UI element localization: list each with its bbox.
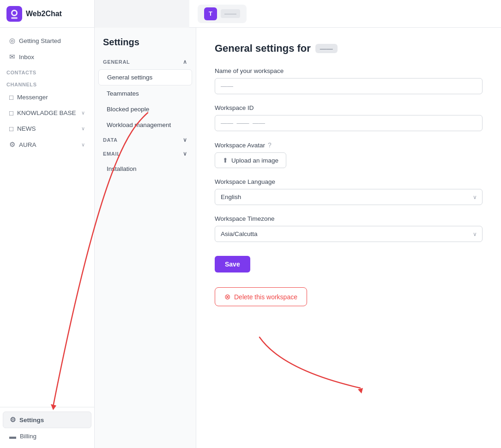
sidebar-item-news-label: NEWS (17, 125, 36, 132)
svg-point-2 (12, 11, 16, 15)
avatar-help-icon[interactable]: ? (268, 141, 272, 149)
main-header: General settings for —— (215, 42, 483, 54)
aura-chevron-icon: ∨ (81, 142, 85, 148)
language-select-wrapper: English Spanish French ∨ (215, 189, 483, 205)
workspace-name-input[interactable] (215, 78, 483, 94)
settings-item-teammates[interactable]: Teammates (98, 86, 192, 101)
workspace-avatar-section: Workspace Avatar ? ⬆ Upload an image (215, 141, 483, 168)
sidebar-item-messenger[interactable]: □ Messenger (3, 90, 91, 105)
news-icon: □ (9, 125, 13, 133)
messenger-icon: □ (9, 93, 13, 101)
billing-icon: ▬ (9, 432, 16, 440)
delete-workspace-section: ⊗ Delete this workspace (215, 287, 483, 306)
sidebar-item-aura-label: AURA (19, 141, 36, 148)
workspace-avatar: T (204, 7, 217, 20)
app-logo-text: Web2Chat (26, 10, 62, 18)
sidebar: Web2Chat ◎ Getting Started ✉ Inbox CONTA… (0, 0, 95, 448)
workspace-timezone-label: Workspace Timezone (215, 215, 483, 222)
data-chevron-icon: ∨ (183, 137, 187, 143)
sidebar-item-getting-started[interactable]: ◎ Getting Started (3, 33, 91, 48)
workspace-name-tab: —— (221, 9, 240, 18)
sidebar-item-aura[interactable]: ⚙ AURA ∨ (3, 137, 91, 152)
settings-section-data[interactable]: DATA ∨ (95, 133, 196, 147)
upload-icon: ⬆ (223, 157, 228, 164)
inbox-icon: ✉ (9, 53, 15, 61)
svg-rect-3 (11, 17, 18, 19)
news-chevron-icon: ∨ (81, 126, 85, 132)
sidebar-item-news[interactable]: □ NEWS ∨ (3, 121, 91, 136)
settings-item-workload-management[interactable]: Workload management (98, 117, 192, 133)
timezone-select-wrapper: Asia/Calcutta UTC America/New_York ∨ (215, 226, 483, 242)
channels-section-label: CHANNELS (0, 77, 94, 89)
getting-started-icon: ◎ (9, 36, 15, 45)
logo-area: Web2Chat (0, 0, 94, 28)
knowledge-base-chevron-icon: ∨ (81, 110, 85, 116)
language-select[interactable]: English Spanish French (215, 189, 483, 205)
workspace-name-label: Name of your workspace (215, 67, 483, 74)
sidebar-item-getting-started-label: Getting Started (19, 37, 61, 44)
sidebar-item-settings-label: Settings (19, 417, 44, 424)
delete-icon: ⊗ (224, 292, 230, 301)
content-body: Settings GENERAL ∧ General settings Team… (95, 28, 501, 448)
settings-item-blocked-people[interactable]: Blocked people (98, 102, 192, 117)
settings-section-email[interactable]: EMAIL ∨ (95, 147, 196, 161)
delete-workspace-button[interactable]: ⊗ Delete this workspace (215, 287, 307, 306)
sidebar-item-billing[interactable]: ▬ Billing (3, 429, 91, 444)
general-chevron-icon: ∧ (183, 59, 187, 65)
workspace-language-label: Workspace Language (215, 178, 483, 185)
sidebar-item-settings[interactable]: ⚙ Settings (3, 412, 91, 428)
knowledge-base-icon: □ (9, 109, 13, 117)
settings-panel-title: Settings (95, 28, 196, 55)
sidebar-item-knowledge-base[interactable]: □ KNOWLADGE BASE ∨ (3, 105, 91, 121)
contacts-section-label: CONTACTS (0, 65, 94, 77)
nav-items: ◎ Getting Started ✉ Inbox CONTACTS CHANN… (0, 28, 94, 407)
settings-item-general-settings[interactable]: General settings (98, 69, 192, 85)
sidebar-item-messenger-label: Messenger (17, 94, 48, 101)
workspace-badge: —— (315, 44, 338, 53)
workspace-tab[interactable]: T —— (198, 5, 247, 23)
sidebar-item-billing-label: Billing (20, 433, 36, 440)
sidebar-item-inbox[interactable]: ✉ Inbox (3, 49, 91, 65)
upload-image-button[interactable]: ⬆ Upload an image (215, 152, 286, 168)
email-chevron-icon: ∨ (183, 151, 187, 157)
workspace-id-input[interactable] (215, 115, 483, 131)
page-title: General settings for (215, 42, 311, 54)
workspace-language-section: Workspace Language English Spanish Frenc… (215, 178, 483, 205)
topbar: T —— (189, 0, 501, 28)
workspace-timezone-section: Workspace Timezone Asia/Calcutta UTC Ame… (215, 215, 483, 242)
logo-icon (6, 6, 22, 22)
main-content: General settings for —— Name of your wor… (196, 28, 501, 448)
workspace-id-label: Workspace ID (215, 104, 483, 111)
sidebar-item-inbox-label: Inbox (19, 54, 34, 61)
aura-icon: ⚙ (9, 140, 15, 149)
workspace-id-section: Workspace ID (215, 104, 483, 131)
sidebar-item-knowledge-base-label: KNOWLADGE BASE (17, 109, 76, 116)
timezone-select[interactable]: Asia/Calcutta UTC America/New_York (215, 226, 483, 242)
settings-item-installation[interactable]: Installation (98, 161, 192, 176)
save-button[interactable]: Save (215, 256, 250, 272)
content-area: T —— Settings GENERAL ∧ General settings… (95, 0, 501, 448)
settings-section-general[interactable]: GENERAL ∧ (95, 55, 196, 69)
settings-panel: Settings GENERAL ∧ General settings Team… (95, 28, 196, 448)
settings-icon: ⚙ (10, 416, 16, 424)
sidebar-bottom: ⚙ Settings ▬ Billing (0, 407, 94, 448)
workspace-avatar-label: Workspace Avatar ? (215, 141, 483, 149)
workspace-name-section: Name of your workspace (215, 67, 483, 94)
